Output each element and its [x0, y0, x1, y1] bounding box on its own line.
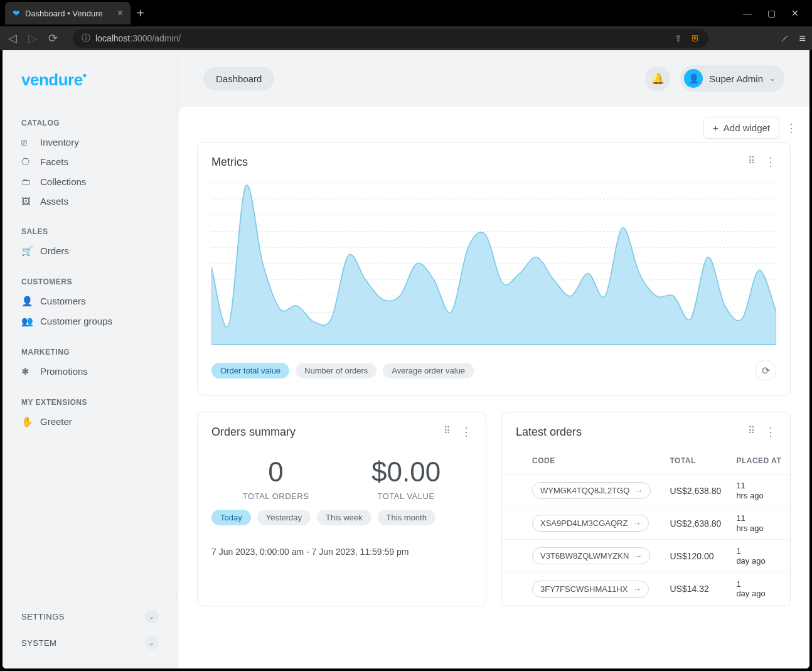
shield-icon[interactable]: ⛨	[691, 33, 700, 43]
total-orders-value: 0	[243, 456, 309, 488]
sidebar: vendure• CATALOG⎚Inventory⎔Facets🗀Collec…	[3, 50, 178, 668]
card-menu-button[interactable]: ⋮	[765, 425, 776, 439]
sidebar-item-facets[interactable]: ⎔Facets	[3, 152, 178, 172]
sidebar-item-label: Customers	[40, 296, 86, 306]
card-menu-button[interactable]: ⋮	[765, 155, 776, 169]
back-button[interactable]: ◁	[6, 31, 19, 45]
sidebar-item-orders[interactable]: 🛒Orders	[3, 241, 178, 261]
url-bar[interactable]: ⓘ localhost:3000/admin/ ⇪ ⛨	[73, 29, 708, 48]
order-total: US$120.00	[663, 540, 730, 572]
breadcrumb[interactable]: Dashboard	[203, 67, 274, 90]
order-code-link[interactable]: 3FY7FSCWSHMA11HX→	[532, 581, 649, 598]
sidebar-footer-settings[interactable]: SETTINGS⌄	[3, 603, 178, 630]
close-window-icon[interactable]: ✕	[789, 8, 801, 18]
url-host: localhost	[95, 33, 130, 43]
column-placed-at: PLACED AT	[730, 448, 790, 475]
metric-chip-number-of-orders[interactable]: Number of orders	[296, 363, 377, 378]
orders-icon: 🛒	[21, 245, 33, 257]
bell-icon: 🔔	[651, 72, 665, 85]
metric-chip-order-total-value[interactable]: Order total value	[211, 363, 289, 378]
sidebar-heading: MARKETING	[3, 343, 178, 362]
refresh-button[interactable]: ⟳	[755, 360, 776, 381]
total-value-value: $0.00	[371, 456, 441, 488]
sidebar-footer-system[interactable]: SYSTEM⌄	[3, 630, 178, 656]
order-total: US$2,638.80	[663, 507, 730, 540]
url-path: :3000/admin/	[130, 33, 181, 43]
sidebar-item-label: Greeter	[40, 416, 72, 427]
sidebar-item-assets[interactable]: 🖼Assets	[3, 191, 178, 211]
order-code-link[interactable]: WYMGK4TQQ8JL2TGQ→	[532, 482, 651, 499]
greeter-icon: ✋	[21, 416, 33, 427]
new-tab-button[interactable]: +	[137, 6, 144, 21]
window-controls: — ▢ ✕	[742, 8, 807, 18]
column-code: CODE	[502, 448, 663, 475]
sidebar-item-collections[interactable]: 🗀Collections	[3, 172, 178, 191]
maximize-icon[interactable]: ▢	[766, 8, 777, 18]
sidebar-footer-label: SETTINGS	[21, 612, 65, 621]
drag-handle-icon[interactable]: ⠿	[748, 155, 755, 169]
vendure-favicon-icon: ❤	[13, 8, 20, 18]
range-chip-this-week[interactable]: This week	[317, 510, 371, 525]
page-menu-button[interactable]: ⋮	[786, 121, 797, 135]
range-chip-yesterday[interactable]: Yesterday	[257, 510, 311, 525]
chevron-down-icon: ⌄	[769, 74, 776, 83]
range-chip-this-month[interactable]: This month	[378, 510, 435, 525]
logo[interactable]: vendure•	[3, 63, 178, 102]
total-orders-label: TOTAL ORDERS	[243, 491, 309, 501]
chevron-down-icon: ⌄	[145, 636, 159, 650]
extension-icon[interactable]: ⟋	[779, 32, 790, 45]
sidebar-heading: SALES	[3, 222, 178, 241]
latest-orders-table: CODETOTALPLACED AT WYMGK4TQQ8JL2TGQ→US$2…	[502, 448, 790, 606]
sidebar-item-customers[interactable]: 👤Customers	[3, 291, 178, 311]
drag-handle-icon[interactable]: ⠿	[748, 425, 755, 439]
minimize-icon[interactable]: —	[742, 8, 753, 18]
orders-summary-card: Orders summary ⠿ ⋮ 0 TOTAL ORDERS	[197, 412, 486, 606]
order-code-link[interactable]: V3T6BW8ZQLWMYZKN→	[532, 547, 650, 564]
user-name: Super Admin	[709, 73, 763, 84]
sidebar-heading: CUSTOMERS	[3, 272, 178, 291]
range-chip-today[interactable]: Today	[211, 510, 251, 525]
order-placed-at: 11hrs ago	[730, 507, 790, 540]
metrics-title: Metrics	[211, 156, 248, 169]
share-icon[interactable]: ⇪	[675, 33, 682, 43]
forward-button[interactable]: ▷	[26, 31, 39, 45]
user-icon: 👤	[688, 73, 699, 83]
sidebar-item-label: Customer groups	[40, 316, 112, 326]
refresh-icon: ⟳	[762, 365, 770, 377]
latest-orders-title: Latest orders	[516, 426, 582, 439]
sidebar-item-label: Collections	[40, 176, 86, 187]
card-menu-button[interactable]: ⋮	[461, 425, 472, 439]
site-info-icon[interactable]: ⓘ	[82, 33, 90, 44]
add-widget-button[interactable]: + Add widget	[703, 117, 779, 139]
table-row: WYMGK4TQQ8JL2TGQ→US$2,638.8011hrs ago	[502, 475, 790, 507]
table-row: XSA9PD4LM3CGAQRZ→US$2,638.8011hrs ago	[502, 507, 790, 540]
browser-tab-bar: ❤ Dashboard • Vendure × + — ▢ ✕	[0, 0, 812, 26]
metrics-chart	[198, 173, 790, 353]
sidebar-item-label: Inventory	[40, 137, 79, 148]
close-tab-icon[interactable]: ×	[117, 8, 123, 19]
content-area: + Add widget ⋮ Metrics ⠿ ⋮	[178, 107, 809, 668]
reload-button[interactable]: ⟳	[46, 31, 59, 45]
assets-icon: 🖼	[21, 196, 33, 207]
table-row: 3FY7FSCWSHMA11HX→US$14.321day ago	[502, 572, 790, 605]
sidebar-heading: MY EXTENSIONS	[3, 393, 178, 412]
menu-icon[interactable]: ≡	[799, 32, 806, 45]
column-total: TOTAL	[663, 448, 730, 475]
order-total: US$2,638.80	[663, 475, 730, 507]
sidebar-item-label: Facets	[40, 156, 68, 167]
arrow-right-icon: →	[633, 584, 641, 594]
sidebar-item-promotions[interactable]: ✱Promotions	[3, 362, 178, 382]
browser-tab[interactable]: ❤ Dashboard • Vendure ×	[5, 2, 131, 24]
topbar: Dashboard 🔔 👤 Super Admin ⌄	[178, 50, 809, 107]
drag-handle-icon[interactable]: ⠿	[444, 425, 451, 439]
tab-title: Dashboard • Vendure	[25, 9, 103, 18]
sidebar-item-customer-groups[interactable]: 👥Customer groups	[3, 311, 178, 331]
notifications-button[interactable]: 🔔	[645, 66, 670, 91]
total-value-label: TOTAL VALUE	[371, 491, 441, 501]
metric-chip-average-order-value[interactable]: Average order value	[383, 363, 474, 378]
sidebar-item-inventory[interactable]: ⎚Inventory	[3, 132, 178, 152]
order-code-link[interactable]: XSA9PD4LM3CGAQRZ→	[532, 515, 649, 532]
user-menu[interactable]: 👤 Super Admin ⌄	[680, 65, 784, 92]
sidebar-item-greeter[interactable]: ✋Greeter	[3, 412, 178, 432]
avatar: 👤	[684, 69, 703, 88]
